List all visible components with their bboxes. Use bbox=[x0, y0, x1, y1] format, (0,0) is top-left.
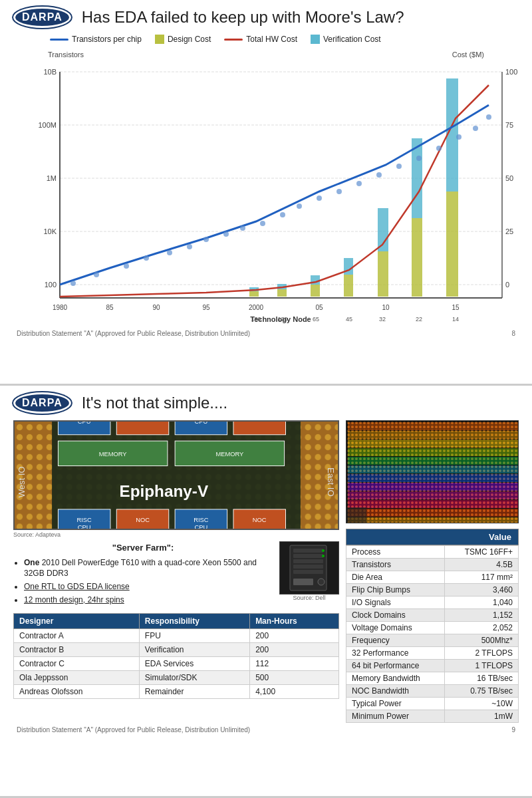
svg-point-54 bbox=[203, 237, 209, 242]
svg-point-69 bbox=[486, 114, 491, 120]
legend-label-verification: Verification Cost bbox=[323, 35, 381, 44]
darpa-logo-2: DARPA bbox=[13, 392, 71, 414]
svg-point-61 bbox=[336, 189, 342, 194]
svg-text:10: 10 bbox=[382, 304, 390, 311]
colorful-chip-image bbox=[346, 420, 519, 523]
spec-label-8: 32 Performance bbox=[346, 647, 445, 660]
svg-text:45: 45 bbox=[346, 316, 352, 323]
td-designer-1: Contractor A bbox=[14, 628, 140, 642]
spec-label-6: Voltage Domains bbox=[346, 622, 445, 634]
spec-label-11: NOC Bandwidth bbox=[346, 685, 445, 698]
td-resp-2: Verification bbox=[139, 642, 249, 656]
server-svg bbox=[280, 542, 339, 595]
spec-value-1: 4.5B bbox=[445, 559, 519, 571]
svg-rect-46 bbox=[446, 192, 458, 297]
chart-legend: Transistors per chip Design Cost Total H… bbox=[50, 35, 519, 44]
colorful-chip-svg bbox=[346, 421, 519, 523]
spec-row: NOC Bandwidth 0.75 TB/sec bbox=[346, 685, 519, 698]
spec-value-5: 1,152 bbox=[445, 609, 519, 622]
td-designer-3: Contractor C bbox=[14, 656, 140, 670]
spec-row: Frequency 500Mhz* bbox=[346, 634, 519, 647]
slide2-right: Value Process TSMC 16FF+ Transistors 4.5… bbox=[346, 420, 519, 723]
spec-value-11: 0.75 TB/sec bbox=[445, 685, 519, 698]
spec-label-0: Process bbox=[346, 546, 445, 559]
svg-text:130: 130 bbox=[277, 316, 287, 323]
svg-text:0: 0 bbox=[505, 281, 509, 289]
svg-text:75: 75 bbox=[505, 121, 513, 129]
svg-text:14: 14 bbox=[452, 316, 459, 323]
legend-box-design bbox=[155, 35, 164, 44]
y-axis-left-title: Transistors bbox=[48, 51, 84, 59]
server-source: Source: Dell bbox=[293, 595, 325, 601]
svg-point-53 bbox=[187, 244, 192, 249]
svg-point-60 bbox=[317, 196, 322, 201]
td-designer-4: Ola Jeppsson bbox=[14, 670, 140, 684]
td-designer-5: Andreas Olofsson bbox=[14, 684, 140, 698]
spec-label-12: Typical Power bbox=[346, 698, 445, 710]
spec-label-3: Flip Chip Bumps bbox=[346, 584, 445, 597]
bold-one: One bbox=[24, 558, 39, 567]
td-resp-4: Simulator/SDK bbox=[139, 670, 249, 684]
spec-label-13: Minimum Power bbox=[346, 710, 445, 723]
svg-text:1980: 1980 bbox=[53, 304, 68, 311]
svg-point-51 bbox=[144, 255, 149, 261]
table-row: Contractor C EDA Services 112 bbox=[14, 656, 339, 670]
svg-point-50 bbox=[124, 263, 129, 269]
legend-box-verification bbox=[311, 35, 320, 44]
svg-text:2000: 2000 bbox=[249, 304, 264, 311]
specs-area: Value Process TSMC 16FF+ Transistors 4.5… bbox=[346, 529, 519, 723]
svg-rect-83 bbox=[233, 422, 286, 435]
slide1-title: Has EDA failed to keep up with Moore's L… bbox=[82, 8, 404, 27]
chip-source: Source: Adapteva bbox=[13, 531, 339, 538]
slide2-dist-statement: Distribution Statement "A" (Approved for… bbox=[13, 726, 519, 733]
spec-label-10: Memory Bandwidth bbox=[346, 672, 445, 685]
svg-point-111 bbox=[322, 549, 325, 552]
svg-text:25: 25 bbox=[505, 227, 513, 235]
svg-point-68 bbox=[473, 126, 478, 131]
svg-text:85: 85 bbox=[106, 304, 114, 311]
svg-point-66 bbox=[436, 146, 442, 151]
td-resp-3: EDA Services bbox=[139, 656, 249, 670]
svg-text:NOC: NOC bbox=[253, 517, 267, 523]
th-responsibility: Responsibility bbox=[139, 613, 249, 628]
svg-point-112 bbox=[322, 555, 325, 557]
slide2-title: It's not that simple.... bbox=[82, 394, 227, 412]
spec-label-2: Die Area bbox=[346, 571, 445, 584]
server-text: "Server Farm": One 2010 Dell PowerEdge T… bbox=[13, 541, 273, 608]
specs-header: Value bbox=[346, 529, 519, 545]
spec-row: I/O Signals 1,040 bbox=[346, 597, 519, 609]
server-section: "Server Farm": One 2010 Dell PowerEdge T… bbox=[13, 541, 339, 608]
svg-text:NOC: NOC bbox=[136, 517, 150, 523]
spec-row: Clock Domains 1,152 bbox=[346, 609, 519, 622]
svg-text:MEMORY: MEMORY bbox=[99, 451, 128, 458]
td-hours-4: 500 bbox=[250, 670, 339, 684]
svg-text:95: 95 bbox=[202, 304, 210, 311]
spec-row: Voltage Domains 2,052 bbox=[346, 622, 519, 634]
slide1-header: DARPA Has EDA failed to keep up with Moo… bbox=[13, 7, 519, 28]
table-row: Contractor B Verification 200 bbox=[14, 642, 339, 656]
spec-value-12: ~10W bbox=[445, 698, 519, 710]
spec-label-1: Transistors bbox=[346, 559, 445, 571]
slide2-header: DARPA It's not that simple.... bbox=[13, 392, 519, 414]
spec-value-7: 500Mhz* bbox=[445, 634, 519, 647]
svg-point-49 bbox=[94, 272, 99, 277]
legend-verification-cost: Verification Cost bbox=[311, 35, 381, 44]
table-row: Contractor A FPU 200 bbox=[14, 628, 339, 642]
spec-label-9: 64 bit Performance bbox=[346, 660, 445, 672]
spec-value-3: 3,460 bbox=[445, 584, 519, 597]
svg-text:100: 100 bbox=[505, 68, 517, 76]
legend-line-transistors bbox=[50, 39, 68, 41]
server-bullets: One 2010 Dell PowerEdge T610 with a quad… bbox=[13, 557, 273, 606]
svg-text:100: 100 bbox=[45, 281, 57, 289]
svg-point-57 bbox=[260, 221, 265, 226]
slide1-dist-statement: Distribution Statement "A" (Approved for… bbox=[13, 330, 519, 337]
spec-value-13: 1mW bbox=[445, 710, 519, 723]
svg-rect-106 bbox=[293, 549, 323, 553]
td-hours-5: 4,100 bbox=[250, 684, 339, 698]
svg-text:West IO: West IO bbox=[17, 466, 27, 497]
spec-row: Minimum Power 1mW bbox=[346, 710, 519, 723]
svg-text:100M: 100M bbox=[38, 121, 57, 129]
svg-text:1M: 1M bbox=[47, 174, 57, 182]
legend-label-transistors: Transistors per chip bbox=[72, 35, 142, 44]
svg-text:32: 32 bbox=[379, 316, 386, 323]
